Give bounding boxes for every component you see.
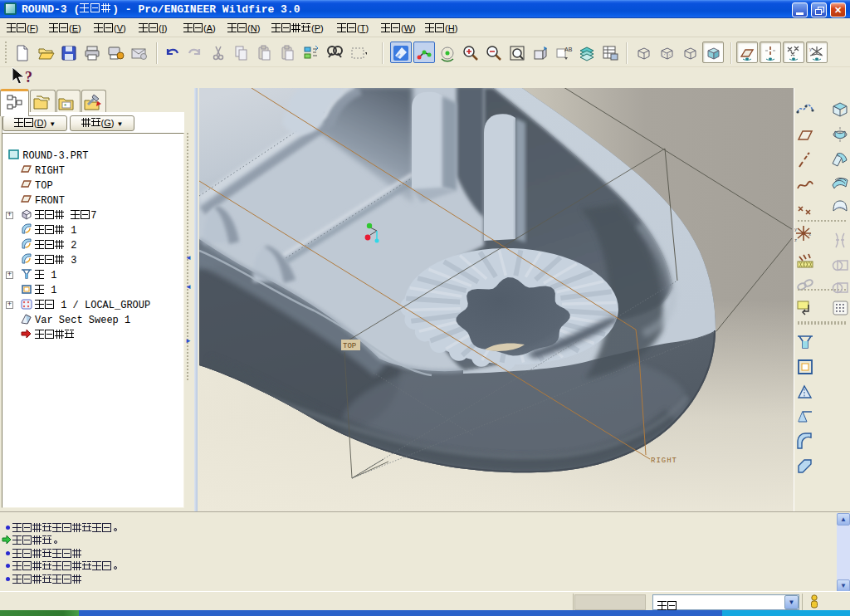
svg-text:AB: AB	[564, 46, 573, 52]
svg-text:?: ?	[25, 69, 32, 86]
svg-text:RIGHT: RIGHT	[651, 457, 677, 465]
svg-text:y: y	[794, 227, 797, 232]
svg-text:*: *	[64, 102, 66, 110]
svg-text:x: x	[808, 232, 811, 237]
svg-text:z: z	[794, 237, 797, 242]
svg-text:TOP: TOP	[343, 342, 356, 350]
svg-text:y: y	[809, 46, 812, 51]
